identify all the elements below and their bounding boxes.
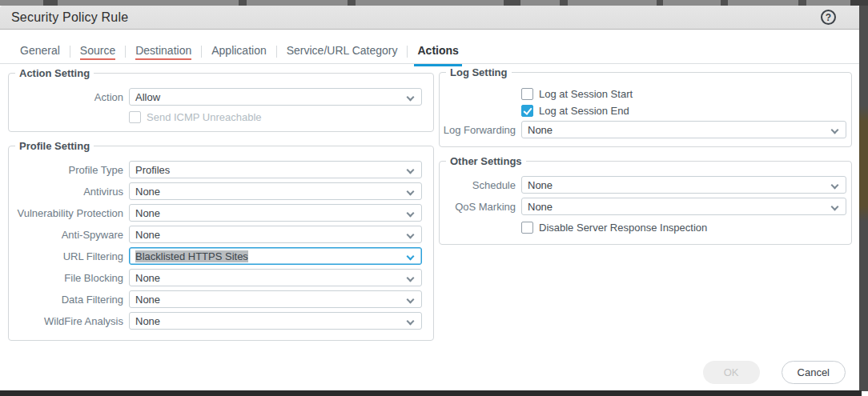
log-session-end-label: Log at Session End [539, 105, 629, 117]
anti-spyware-dropdown[interactable]: None [129, 226, 422, 243]
tab-bar: General Source Destination Application S… [0, 39, 859, 64]
other-settings-group: Other Settings Schedule None QoS Marking… [439, 155, 852, 245]
other-settings-legend: Other Settings [446, 155, 526, 167]
chevron-down-icon [831, 182, 839, 190]
log-session-start-label: Log at Session Start [539, 88, 633, 100]
qos-marking-label: QoS Marking [440, 201, 516, 213]
dimmed-background-bottom [0, 390, 862, 396]
help-icon[interactable]: ? [821, 10, 836, 25]
log-setting-legend: Log Setting [446, 66, 512, 78]
disable-server-response-inspection-checkbox[interactable] [521, 222, 533, 234]
chevron-down-icon [407, 318, 415, 326]
chevron-down-icon [407, 231, 415, 239]
dimmed-background-top [0, 0, 868, 6]
wildfire-analysis-dropdown[interactable]: None [129, 312, 422, 330]
tab-separator [201, 46, 202, 58]
log-setting-group: Log Setting Log at Session Start Log at … [439, 66, 852, 147]
dimmed-background-right [859, 6, 868, 391]
ok-button[interactable]: OK [703, 361, 760, 384]
tab-source[interactable]: Source [80, 44, 115, 66]
tab-service-url-category[interactable]: Service/URL Category [287, 44, 398, 66]
action-dropdown[interactable]: Allow [129, 88, 422, 106]
schedule-label: Schedule [440, 179, 516, 191]
data-filtering-dropdown[interactable]: None [129, 290, 422, 308]
antivirus-dropdown[interactable]: None [129, 182, 422, 200]
log-session-end-checkbox[interactable] [521, 105, 533, 117]
profile-setting-legend: Profile Setting [15, 140, 94, 152]
disable-server-response-inspection-label: Disable Server Response Inspection [539, 222, 707, 234]
tab-destination[interactable]: Destination [135, 44, 191, 66]
tab-general[interactable]: General [20, 44, 60, 66]
right-column: Log Setting Log at Session Start Log at … [439, 66, 852, 253]
tab-separator [407, 46, 408, 58]
dialog-title: Security Policy Rule [11, 10, 128, 25]
chevron-down-icon [407, 210, 415, 218]
profile-setting-group: Profile Setting Profile Type Profiles An… [8, 140, 434, 341]
chevron-down-icon [831, 203, 839, 211]
dialog-footer: OK Cancel [703, 361, 846, 384]
schedule-dropdown[interactable]: None [521, 176, 846, 194]
cancel-button[interactable]: Cancel [782, 361, 846, 384]
chevron-down-icon [407, 188, 415, 196]
qos-marking-dropdown[interactable]: None [521, 198, 846, 215]
tab-separator [125, 46, 126, 58]
send-icmp-unreachable-label: Send ICMP Unreachable [147, 111, 262, 123]
left-column: Action Setting Action Allow Send ICMP Un… [8, 67, 434, 349]
chevron-down-icon [407, 166, 415, 174]
log-forwarding-dropdown[interactable]: None [521, 121, 846, 138]
tab-separator [70, 46, 70, 58]
dialog-titlebar: Security Policy Rule ? [0, 6, 859, 30]
profile-type-dropdown[interactable]: Profiles [129, 161, 422, 178]
chevron-down-icon [831, 126, 839, 134]
url-filtering-dropdown[interactable]: Blacklisted HTTPS Sites [129, 247, 422, 265]
tab-application[interactable]: Application [211, 44, 267, 66]
chevron-down-icon [407, 253, 415, 261]
chevron-down-icon [407, 296, 415, 304]
log-forwarding-label: Log Forwarding [440, 124, 516, 136]
chevron-down-icon [407, 274, 415, 282]
action-setting-legend: Action Setting [15, 67, 94, 79]
action-setting-group: Action Setting Action Allow Send ICMP Un… [8, 67, 434, 132]
tab-separator [276, 46, 277, 58]
tab-actions[interactable]: Actions [417, 44, 458, 66]
log-session-start-checkbox[interactable] [521, 88, 533, 100]
chevron-down-icon [407, 94, 415, 102]
send-icmp-unreachable-checkbox [129, 111, 141, 123]
file-blocking-dropdown[interactable]: None [129, 269, 422, 286]
security-policy-rule-dialog: Security Policy Rule ? General Source De… [0, 6, 859, 390]
action-label: Action [9, 91, 123, 103]
action-value: Allow [135, 91, 160, 103]
vulnerability-protection-dropdown[interactable]: None [129, 204, 422, 222]
